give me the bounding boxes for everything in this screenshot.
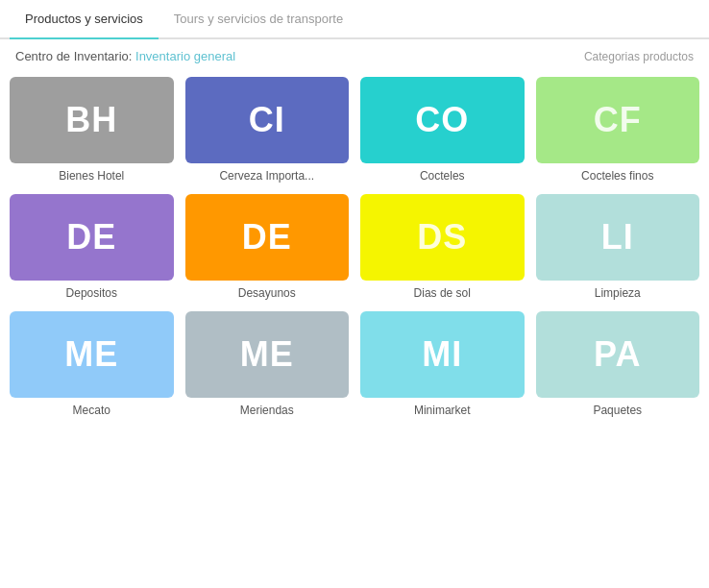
card-label: Depositos: [66, 286, 117, 300]
card-item[interactable]: CICerveza Importa...: [185, 77, 350, 183]
card-icon: BH: [10, 77, 174, 163]
card-label: Cocteles: [420, 169, 465, 183]
card-label: Limpieza: [595, 286, 641, 300]
header-bar: Centro de Inventario: Inventario general…: [0, 39, 709, 69]
card-item[interactable]: MEMecato: [10, 311, 174, 417]
card-label: Cocteles finos: [581, 169, 653, 183]
card-icon: CO: [360, 77, 525, 163]
card-icon: LI: [536, 194, 700, 281]
card-icon: CF: [536, 77, 700, 163]
grid-wrapper[interactable]: BHBienes HotelCICerveza Importa...COCoct…: [0, 69, 709, 580]
card-label: Cerveza Importa...: [219, 169, 314, 183]
card-grid: BHBienes HotelCICerveza Importa...COCoct…: [10, 69, 699, 425]
card-item[interactable]: COCocteles: [360, 77, 525, 183]
card-icon: CI: [185, 77, 350, 163]
card-label: Meriendas: [240, 404, 294, 417]
card-item[interactable]: BHBienes Hotel: [10, 77, 174, 183]
tabs-bar: Productos y servicios Tours y servicios …: [0, 0, 709, 39]
card-item[interactable]: MIMinimarket: [360, 311, 525, 417]
card-icon: DS: [360, 194, 525, 281]
categories-label: Categorias productos: [584, 50, 694, 63]
card-label: Bienes Hotel: [59, 169, 124, 183]
card-icon: PA: [536, 311, 700, 398]
card-icon: DE: [185, 194, 350, 281]
card-icon: ME: [10, 311, 174, 398]
card-icon: DE: [10, 194, 174, 281]
tab-products[interactable]: Productos y servicios: [10, 0, 159, 39]
card-icon: ME: [185, 311, 350, 398]
card-item[interactable]: LILimpieza: [536, 194, 700, 300]
card-label: Dias de sol: [414, 286, 471, 300]
inventory-prefix: Centro de Inventario:: [15, 49, 132, 63]
card-label: Paquetes: [593, 404, 642, 417]
card-item[interactable]: DEDesayunos: [185, 194, 350, 300]
card-item[interactable]: CFCocteles finos: [536, 77, 700, 183]
card-label: Desayunos: [238, 286, 296, 300]
card-item[interactable]: DEDepositos: [10, 194, 174, 300]
card-label: Mecato: [73, 404, 110, 417]
card-label: Minimarket: [414, 404, 471, 417]
card-item[interactable]: MEMeriendas: [185, 311, 350, 417]
card-item[interactable]: DSDias de sol: [360, 194, 525, 300]
card-item[interactable]: PAPaquetes: [536, 311, 700, 417]
card-icon: MI: [360, 311, 525, 398]
inventory-link[interactable]: Inventario general: [135, 49, 235, 63]
inventory-label: Centro de Inventario: Inventario general: [15, 49, 235, 63]
tab-tours[interactable]: Tours y servicios de transporte: [159, 0, 358, 39]
